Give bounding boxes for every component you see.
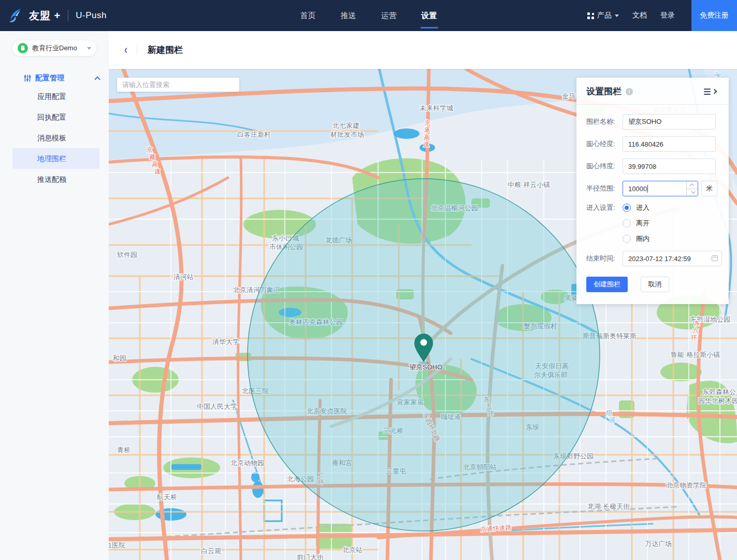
map-label: 前门大街 [297,553,324,560]
end-time-input[interactable] [623,251,722,266]
sidebar-item-receipt-config[interactable]: 回执配置 [0,107,109,127]
products-label: 产品 [597,11,612,20]
map-label: 清华大学 [212,338,239,346]
login-link[interactable]: 登录 [660,11,675,20]
radius-stepper [686,181,698,196]
chevron-down-icon [615,15,619,17]
page-title: 新建围栏 [148,44,183,56]
map-label: 中国人民大学 [197,403,237,410]
app-name: 教育行业Demo [32,44,87,53]
calendar-icon[interactable] [712,255,718,261]
stepper-up-icon[interactable] [687,181,698,189]
products-grid-icon [587,12,594,19]
stepper-down-icon[interactable] [687,189,698,196]
radius-input[interactable]: 10000 [623,181,698,196]
map-label: 万达广场 [645,540,672,548]
radio-leave[interactable] [623,219,631,227]
map-label: 鲁能·格拉斯小镇 [671,351,720,358]
map-label: 东郊森林公 [702,388,736,396]
sidebar-item-geofence[interactable]: 地理围栏 [12,148,99,169]
radius-label: 半径范围: [586,184,623,193]
radio-inside[interactable] [623,235,631,243]
nav-item-operation[interactable]: 运营 [381,0,397,31]
brand-divider [68,10,68,21]
fence-name-label: 围栏名称: [586,117,623,126]
map-label: 园华北树木园 [698,397,737,405]
cancel-button[interactable]: 取消 [641,277,669,292]
radio-enter-label: 进入 [636,203,649,212]
fence-settings-panel: 设置围栏 i 围栏名称: 圆心经度: 圆心纬度: 半径范围: 10000 [576,78,729,304]
center-lng-input[interactable] [623,136,716,152]
center-lat-label: 圆心纬度: [586,162,623,171]
map-label: 清河站 [174,273,194,281]
text-caret [647,185,648,193]
nav-menu: 首页 推送 运营 设置 [300,0,437,31]
sidebar: 教育行业Demo 配置管理 应用配置 回执配置 消息模板 地理围栏 推送配额 [0,31,109,560]
brand-name: 友盟 + [29,9,61,23]
sidebar-item-app-config[interactable]: 应用配置 [0,86,109,107]
sidebar-section-config[interactable]: 配置管理 [24,74,99,83]
info-icon[interactable]: i [626,88,633,95]
map-label: 中粮·祥云小镇 [508,181,550,189]
chevron-down-icon [87,47,91,50]
radio-inside-label: 圈内 [636,234,649,243]
fence-name-input[interactable] [623,114,716,130]
register-button[interactable]: 免费注册 [691,0,737,31]
brand-product: U-Push [76,10,107,21]
nav-item-settings[interactable]: 设置 [422,0,437,31]
create-fence-button[interactable]: 创建围栏 [586,277,628,292]
map-label: 白各庄新村 [237,131,271,138]
umeng-logo-icon [7,7,25,24]
collapse-panel-icon[interactable] [704,89,716,95]
map-label: 北七家建 [333,122,359,130]
sidebar-item-push-quota[interactable]: 推送配额 [0,169,109,190]
center-lat-input[interactable] [623,159,716,174]
map-label: 材批发市场 [330,131,364,138]
sidebar-item-message-template[interactable]: 消息模板 [0,127,109,148]
center-lng-label: 圆心经度: [586,139,623,149]
android-icon [18,43,28,53]
products-menu[interactable]: 产品 [587,11,619,20]
trigger-label: 进入设置: [586,203,623,212]
map-label: 和园 [112,354,126,362]
map-canvas[interactable]: 金马工业区未来科学城北七家建材批发市场白各庄新村中粮·祥云小镇北京温榆河公园东小… [109,69,737,560]
map-label: 软件园 [117,251,137,259]
map-label: 航天桥 [156,493,177,501]
brand[interactable]: 友盟 + U-Push [7,7,107,24]
map-label: 青桥 [117,446,131,454]
docs-link[interactable]: 文档 [632,11,647,20]
top-nav: 友盟 + U-Push 首页 推送 运营 设置 产品 文档 登录 免费注册 [0,0,737,31]
map-label: 未来科学城 [420,104,453,112]
radio-leave-label: 离开 [636,219,649,228]
map-label: 龙湖·长楹天街 [587,502,630,510]
search-input[interactable] [117,78,239,92]
header-divider [137,46,137,55]
radio-enter[interactable] [623,204,631,212]
radius-value: 10000 [628,185,647,193]
trigger-options: 进入设置: 进入 离开 圈内 [586,203,716,243]
map-label: 白云观 [201,547,221,555]
end-time-label: 结束时间: [586,254,623,263]
nav-item-home[interactable]: 首页 [300,0,316,31]
nav-item-push[interactable]: 推送 [341,0,356,31]
page-header: ‹ 新建围栏 [109,31,737,69]
sliders-icon [24,75,31,82]
map-label: 301医院 [109,541,125,549]
panel-title: 设置围栏 [586,85,622,97]
back-button[interactable]: ‹ [124,43,127,57]
map-label: 北京物资学院 [666,481,706,489]
map-label: 北京站 [342,546,363,554]
chevron-up-icon [94,76,100,82]
panel-divider [576,104,729,105]
app-selector[interactable]: 教育行业Demo [12,40,96,56]
marker-label: 望京SOHO [409,363,442,371]
radius-unit[interactable]: 米 [701,181,717,196]
map-label: 北京动物园 [230,459,264,467]
sidebar-section-label: 配置管理 [35,74,95,83]
nav-right: 产品 文档 登录 免费注册 [587,0,737,31]
